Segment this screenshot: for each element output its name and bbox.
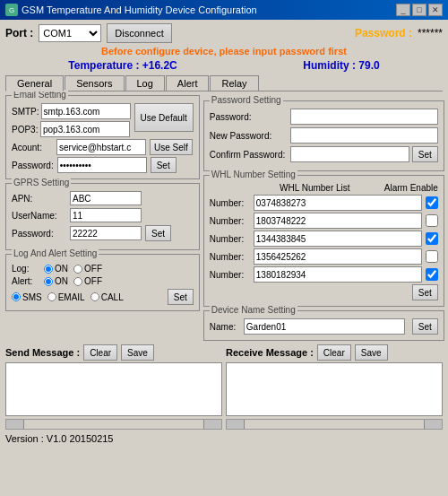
- gprs-password-row: Password: Set: [12, 225, 194, 241]
- app-icon: G: [5, 4, 18, 16]
- whl-number-input-1[interactable]: [254, 213, 422, 229]
- gprs-password-input[interactable]: [70, 226, 142, 240]
- receive-message-header: Receive Message : Clear Save: [226, 344, 443, 361]
- smtp-input[interactable]: [41, 103, 131, 119]
- maximize-button[interactable]: □: [412, 4, 426, 16]
- whl-row-4: Number:: [210, 266, 438, 283]
- current-password-input[interactable]: [290, 109, 438, 125]
- pop3-row: POP3:: [12, 121, 131, 137]
- disconnect-button[interactable]: Disconnect: [107, 23, 171, 43]
- alert-off-radio[interactable]: [73, 277, 82, 286]
- minimize-button[interactable]: _: [396, 4, 410, 16]
- tab-general[interactable]: General: [5, 75, 64, 91]
- log-off-radio[interactable]: [73, 265, 82, 274]
- account-input[interactable]: [56, 139, 146, 155]
- sms-radio[interactable]: [12, 292, 21, 301]
- device-name-set-button[interactable]: Set: [412, 318, 438, 335]
- call-radio[interactable]: [90, 292, 99, 301]
- bottom-row: Send Message : Clear Save Receive Messag…: [5, 344, 443, 430]
- whl-number-input-0[interactable]: [254, 195, 422, 211]
- gprs-setting-title: GPRS Setting: [12, 178, 71, 187]
- send-message-area[interactable]: [5, 362, 222, 416]
- port-select[interactable]: COM1: [39, 24, 101, 42]
- email-setting-group: Email Setting SMTP: POP3: Use Default: [5, 95, 200, 179]
- current-password-row: Password:: [210, 109, 438, 125]
- pop3-input[interactable]: [40, 121, 130, 137]
- account-label: Acount:: [12, 143, 53, 152]
- whl-row-2: Number:: [210, 231, 438, 247]
- log-label: Log:: [12, 264, 40, 274]
- whl-alarm-check-0[interactable]: [426, 196, 438, 209]
- tab-relay[interactable]: Relay: [210, 75, 258, 91]
- alert-on-radio[interactable]: [44, 277, 53, 286]
- device-name-setting-title: Device Name Setting: [210, 305, 297, 315]
- close-button[interactable]: ✕: [428, 4, 443, 16]
- whl-alarm-check-2[interactable]: [426, 232, 438, 245]
- send-message-header: Send Message : Clear Save: [5, 344, 222, 361]
- version-label: Version : V1.0 20150215: [5, 433, 113, 444]
- new-password-row: New Password:: [210, 127, 438, 144]
- alert-radio-group: ON OFF: [44, 276, 102, 286]
- new-password-input[interactable]: [290, 127, 438, 144]
- log-radio-group: ON OFF: [44, 264, 102, 274]
- whl-alarm-check-4[interactable]: [426, 268, 438, 281]
- password-label: Password :: [355, 27, 412, 39]
- email-password-input[interactable]: [57, 157, 147, 173]
- panels-row: Email Setting SMTP: POP3: Use Default: [5, 95, 443, 341]
- whl-number-setting-title: WHL Number Setting: [210, 170, 297, 179]
- password-set-button[interactable]: Set: [412, 146, 438, 162]
- password-setting-title: Password Setting: [210, 95, 283, 105]
- smtp-row: SMTP:: [12, 103, 131, 119]
- send-scrollbar[interactable]: [5, 419, 222, 430]
- email-notify-label: EMAIL: [47, 292, 85, 302]
- gprs-set-button[interactable]: Set: [145, 225, 171, 241]
- alert-label: Alert:: [12, 276, 40, 286]
- whl-alarm-check-3[interactable]: [426, 250, 438, 263]
- main-content: Port : COM1 Disconnect Password : ******…: [0, 20, 448, 448]
- whl-alarm-check-1[interactable]: [426, 214, 438, 227]
- email-set-button[interactable]: Set: [151, 157, 177, 173]
- tab-log[interactable]: Log: [125, 75, 165, 91]
- alert-off-label: OFF: [73, 276, 102, 286]
- whl-set-button[interactable]: Set: [412, 284, 438, 300]
- apn-row: APN:: [12, 191, 194, 205]
- apn-input[interactable]: [70, 191, 142, 205]
- tab-sensors[interactable]: Sensors: [65, 75, 124, 91]
- username-row: UserName:: [12, 208, 194, 222]
- email-inputs: SMTP: POP3:: [12, 103, 131, 137]
- receive-save-button[interactable]: Save: [355, 344, 388, 361]
- receive-scrollbar[interactable]: [226, 419, 443, 430]
- apn-label: APN:: [12, 194, 70, 204]
- whl-number-input-2[interactable]: [254, 231, 422, 247]
- alert-row: Alert: ON OFF: [12, 276, 194, 286]
- left-panel: Email Setting SMTP: POP3: Use Default: [5, 95, 200, 341]
- log-alert-set-button[interactable]: Set: [168, 289, 194, 305]
- log-alert-setting-group: Log And Alert Setting Log: ON OFF: [5, 254, 200, 311]
- title-bar: G GSM Temperature And Humidity Device Co…: [0, 0, 448, 20]
- receive-clear-button[interactable]: Clear: [317, 344, 351, 361]
- receive-message-area[interactable]: [226, 362, 443, 416]
- whl-number-label-1: Number:: [210, 216, 250, 226]
- username-input[interactable]: [70, 208, 142, 222]
- port-label: Port :: [5, 27, 33, 39]
- email-radio[interactable]: [47, 292, 56, 301]
- device-name-setting-group: Device Name Setting Name: Set: [203, 310, 444, 341]
- whl-number-input-4[interactable]: [254, 266, 422, 283]
- use-default-button[interactable]: Use Default: [134, 103, 194, 132]
- whl-number-input-3[interactable]: [254, 248, 422, 265]
- confirm-password-label: Confirm Password:: [210, 150, 290, 160]
- log-row: Log: ON OFF: [12, 264, 194, 274]
- send-save-button[interactable]: Save: [121, 344, 154, 361]
- whl-row-0: Number:: [210, 195, 438, 211]
- receive-message-section: Receive Message : Clear Save: [226, 344, 443, 430]
- log-on-radio[interactable]: [44, 265, 53, 274]
- use-self-button[interactable]: Use Self: [150, 139, 193, 155]
- confirm-password-row: Confirm Password: Set: [210, 146, 438, 162]
- version-bar: Version : V1.0 20150215: [5, 433, 443, 444]
- device-name-input[interactable]: [244, 318, 405, 335]
- new-password-label: New Password:: [210, 131, 290, 141]
- send-clear-button[interactable]: Clear: [83, 344, 117, 361]
- tab-alert[interactable]: Alert: [166, 75, 210, 91]
- whl-row-1: Number:: [210, 213, 438, 229]
- confirm-password-input[interactable]: [290, 146, 409, 162]
